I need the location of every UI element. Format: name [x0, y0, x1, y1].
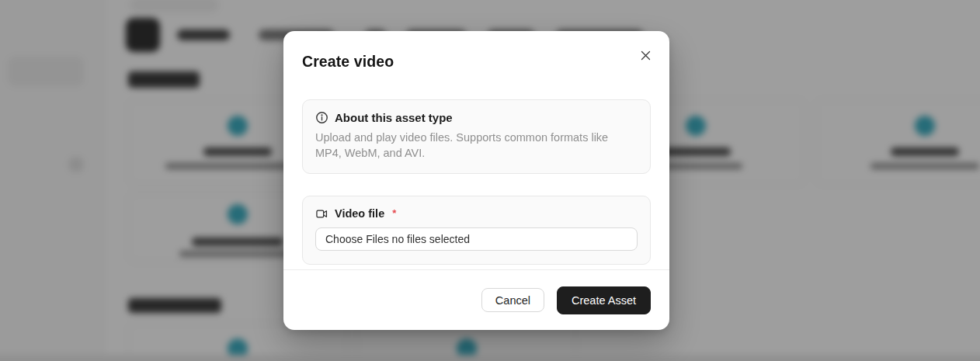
dialog-title: Create video: [302, 53, 651, 71]
required-marker: *: [392, 207, 396, 219]
video-file-input[interactable]: Choose Files no files selected: [315, 227, 638, 251]
info-icon: [315, 111, 328, 124]
close-button[interactable]: [637, 47, 654, 64]
dialog-footer: Cancel Create Asset: [283, 269, 669, 330]
cancel-button[interactable]: Cancel: [481, 288, 544, 312]
video-camera-icon: [315, 208, 328, 220]
video-file-field: Video file * Choose Files no files selec…: [302, 196, 651, 265]
file-input-text: Choose Files no files selected: [325, 233, 470, 245]
create-asset-button[interactable]: Create Asset: [557, 286, 651, 314]
about-asset-type-box: About this asset type Upload and play vi…: [302, 99, 651, 174]
close-icon: [640, 50, 652, 61]
info-body-text: Upload and play video files. Supports co…: [315, 130, 638, 161]
info-heading: About this asset type: [335, 111, 453, 124]
create-video-dialog: Create video About this asset type Uploa…: [283, 31, 669, 330]
field-label: Video file: [335, 207, 384, 220]
